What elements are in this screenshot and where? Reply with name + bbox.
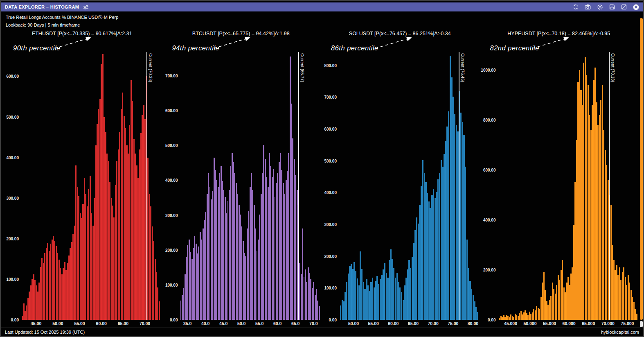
y-tick-label: 200.00 [6, 236, 19, 241]
y-tick-label: 100.00 [6, 277, 19, 281]
y-tick-label: 100.00 [324, 286, 337, 290]
y-tick-label: 100.00 [165, 283, 178, 287]
histogram-bar [636, 314, 637, 320]
y-axis-labels: 0.00200.00400.00600.00800.001000.00 [480, 52, 498, 320]
x-tick-label: 70.000 [601, 321, 615, 326]
percentile-annotation: 86th percentile [331, 44, 378, 52]
x-tick-label: 70.0 [309, 321, 317, 326]
tune-icon[interactable] [83, 5, 89, 10]
y-tick-label: 0.00 [11, 318, 19, 322]
current-value-label: Current (70.18) [610, 53, 615, 82]
x-tick-label: 45.00 [31, 321, 41, 326]
y-tick-label: 600.00 [165, 109, 178, 113]
x-tick-label: 60.00 [388, 321, 399, 326]
y-tick-label: 300.00 [6, 196, 19, 200]
plot-area[interactable]: Current (65.77) [180, 52, 321, 320]
export-icon[interactable] [621, 4, 627, 10]
y-tick-label: 500.00 [324, 158, 337, 163]
y-axis-labels: 0.00100.00200.00300.00400.00500.00600.00… [162, 52, 180, 320]
y-axis-labels: 0.00100.00200.00300.00400.00500.00600.00… [320, 52, 339, 320]
y-tick-label: 700.00 [165, 73, 178, 78]
lookback-subtitle: Lookback: 90 Days | 5 min timeframe [6, 23, 638, 27]
x-axis-labels: 50.0055.0060.0065.0070.0075.0080.00 [339, 320, 480, 327]
settings-icon[interactable] [597, 4, 603, 10]
x-tick-label: 50.000 [523, 321, 536, 326]
x-tick-label: 65.00 [118, 321, 128, 326]
x-tick-label: 80.00 [468, 321, 478, 326]
x-tick-label: 75.000 [621, 321, 634, 326]
panel-body: 0.00100.00200.00300.00400.00500.00600.00… [320, 52, 480, 320]
panel-header: SOLUSDT [P(x<=76.457) = 86.251%]Δ:-0.34 … [320, 28, 480, 52]
histogram-bar [477, 312, 478, 320]
y-tick-label: 0.00 [170, 318, 178, 322]
current-value-line [459, 52, 459, 320]
x-tick-label: 55.0 [255, 321, 263, 326]
x-axis-labels: 45.00050.00055.00060.00065.00070.00075.0… [498, 320, 639, 327]
x-tick-label: 45.0 [219, 321, 227, 326]
histogram-bar [319, 306, 320, 320]
y-tick-label: 200.00 [165, 248, 178, 252]
x-tick-label: 40.0 [201, 321, 209, 326]
panel-header: BTCUSDT [P(x<=65.775) = 94.42%]Δ:1.98 94… [162, 28, 321, 52]
x-tick-label: 70.00 [140, 321, 150, 326]
current-value-line [298, 52, 299, 320]
titlebar[interactable]: DATA EXPLORER – HISTOGRAM [1, 2, 643, 11]
y-tick-label: 700.00 [324, 95, 337, 100]
percentile-annotation: 94th percentile [172, 44, 220, 52]
save-icon[interactable] [609, 4, 615, 10]
histogram-panel-solusdt: SOLUSDT [P(x<=76.457) = 86.251%]Δ:-0.34 … [320, 28, 480, 327]
x-tick-label: 60.000 [563, 321, 576, 326]
x-tick-label: 65.0 [291, 321, 299, 326]
panel-body: 0.00100.00200.00300.00400.00500.00600.00… [162, 52, 321, 320]
histogram-bar [159, 301, 160, 320]
current-value-label: Current (70.33) [148, 53, 153, 82]
percentile-annotation: 90th percentile [13, 44, 61, 52]
y-axis-labels: 0.00100.00200.00300.00400.00500.00600.00 [2, 52, 21, 320]
histogram-panel-btcusdt: BTCUSDT [P(x<=65.775) = 94.42%]Δ:1.98 94… [162, 28, 321, 327]
y-tick-label: 500.00 [6, 115, 19, 119]
percentile-annotation: 82nd percentile [490, 44, 539, 52]
y-tick-label: 200.00 [483, 268, 496, 272]
plot-area[interactable]: Current (70.18) [498, 52, 639, 320]
y-tick-label: 600.00 [6, 74, 19, 79]
watermark-text: hyblockcapital.com [601, 330, 639, 335]
x-tick-label: 55.00 [368, 321, 379, 326]
camera-icon[interactable] [585, 4, 591, 10]
x-tick-label: 50.0 [237, 321, 245, 326]
x-tick-label: 60.00 [96, 321, 107, 326]
window-title: DATA EXPLORER – HISTOGRAM [5, 5, 79, 9]
panel-header: ETHUSDT [P(x<=70.335) = 90.617%]Δ:2.31 9… [2, 28, 162, 52]
x-tick-label: 50.00 [52, 321, 63, 326]
y-tick-label: 300.00 [165, 213, 178, 217]
y-tick-label: 600.00 [483, 167, 496, 172]
histogram-panel-hypeusdt: HYPEUSDT [P(x<=70.18) = 82.465%]Δ:-0.95 … [480, 28, 639, 327]
panel-header: HYPEUSDT [P(x<=70.18) = 82.465%]Δ:-0.95 … [480, 28, 639, 52]
plot-area[interactable]: Current (76.46) [339, 52, 480, 320]
histogram-panel-ethusdt: ETHUSDT [P(x<=70.335) = 90.617%]Δ:2.31 9… [2, 28, 162, 327]
panel-body: 0.00200.00400.00600.00800.001000.00 Curr… [480, 52, 639, 320]
y-tick-label: 500.00 [165, 143, 178, 148]
vertical-scrollbar[interactable] [640, 18, 643, 327]
x-tick-label: 55.00 [74, 321, 85, 326]
y-tick-label: 1000.00 [481, 68, 495, 72]
metric-title: True Retail Longs Accounts % BINANCE USD… [6, 14, 638, 20]
y-tick-label: 800.00 [324, 63, 337, 68]
x-axis-labels: 45.0050.0055.0060.0065.0070.00 [21, 320, 162, 327]
plot-area[interactable]: Current (70.33) [21, 52, 162, 320]
close-icon[interactable] [633, 4, 639, 10]
y-tick-label: 600.00 [324, 127, 337, 131]
x-tick-label: 75.00 [448, 321, 458, 326]
current-value-line [146, 52, 147, 320]
scrollbar-thumb[interactable] [640, 18, 643, 320]
y-tick-label: 800.00 [483, 118, 496, 122]
y-tick-label: 400.00 [165, 178, 178, 183]
x-tick-label: 65.000 [582, 321, 595, 326]
current-value-line [609, 52, 610, 320]
scrollbar-track-end [640, 321, 643, 327]
current-value-label: Current (65.77) [300, 53, 304, 82]
sync-icon[interactable] [573, 4, 579, 10]
titlebar-actions [573, 4, 639, 10]
data-explorer-window: DATA EXPLORER – HISTOGRAM [0, 0, 644, 337]
x-tick-label: 45.000 [504, 321, 517, 326]
x-tick-label: 35.0 [183, 321, 191, 326]
